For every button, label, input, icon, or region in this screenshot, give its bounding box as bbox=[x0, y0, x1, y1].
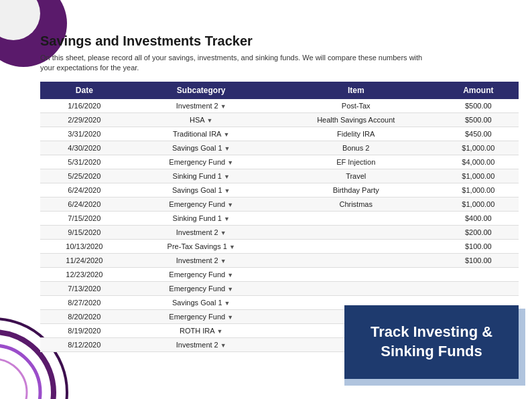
cell-date: 3/31/2020 bbox=[40, 127, 129, 141]
cell-date: 9/15/2020 bbox=[40, 225, 129, 239]
dropdown-icon[interactable]: ▼ bbox=[227, 314, 233, 321]
cell-item bbox=[274, 281, 438, 295]
dropdown-icon[interactable]: ▼ bbox=[224, 216, 230, 222]
cell-subcategory: Savings Goal 1▼ bbox=[129, 141, 274, 155]
col-header-amount: Amount bbox=[438, 82, 519, 99]
table-row: 12/23/2020Emergency Fund▼ bbox=[40, 267, 519, 281]
overlay-box-text: Track Investing & Sinking Funds bbox=[355, 323, 508, 361]
dropdown-icon[interactable]: ▼ bbox=[227, 286, 233, 293]
cell-date: 12/23/2020 bbox=[40, 267, 129, 281]
cell-amount: $1,000.00 bbox=[438, 197, 519, 211]
dropdown-icon[interactable]: ▼ bbox=[217, 328, 223, 335]
cell-amount: $1,000.00 bbox=[438, 183, 519, 197]
table-row: 1/16/2020Investment 2▼Post-Tax$500.00 bbox=[40, 99, 519, 113]
cell-amount: $1,000.00 bbox=[438, 141, 519, 155]
cell-date: 4/30/2020 bbox=[40, 141, 129, 155]
cell-date: 10/13/2020 bbox=[40, 239, 129, 253]
cell-item: EF Injection bbox=[274, 155, 438, 169]
cell-subcategory: HSA▼ bbox=[129, 112, 274, 127]
cell-subcategory: Savings Goal 1▼ bbox=[129, 183, 274, 197]
cell-subcategory: ROTH IRA▼ bbox=[129, 323, 274, 337]
cell-amount: $4,000.00 bbox=[438, 155, 519, 169]
page-subtitle: On this sheet, please record all of your… bbox=[40, 53, 429, 74]
cell-item bbox=[274, 239, 438, 253]
table-row: 3/31/2020Traditional IRA▼Fidelity IRA$45… bbox=[40, 127, 519, 141]
cell-date: 7/13/2020 bbox=[40, 281, 129, 295]
dropdown-icon[interactable]: ▼ bbox=[227, 202, 233, 208]
dropdown-icon[interactable]: ▼ bbox=[227, 272, 233, 278]
table-row: 5/25/2020Sinking Fund 1▼Travel$1,000.00 bbox=[40, 169, 519, 183]
table-row: 5/31/2020Emergency Fund▼EF Injection$4,0… bbox=[40, 155, 519, 169]
cell-amount: $200.00 bbox=[438, 225, 519, 239]
cell-item: Fidelity IRA bbox=[274, 127, 438, 141]
cell-subcategory: Savings Goal 1▼ bbox=[129, 295, 274, 309]
overlay-box: Track Investing & Sinking Funds bbox=[344, 305, 519, 379]
cell-date: 8/19/2020 bbox=[40, 323, 129, 337]
dropdown-icon[interactable]: ▼ bbox=[220, 342, 226, 349]
cell-date: 1/16/2020 bbox=[40, 99, 129, 113]
dropdown-icon[interactable]: ▼ bbox=[207, 117, 213, 124]
table-row: 6/24/2020Emergency Fund▼Christmas$1,000.… bbox=[40, 197, 519, 211]
table-row: 7/13/2020Emergency Fund▼ bbox=[40, 281, 519, 295]
cell-date: 2/29/2020 bbox=[40, 112, 129, 127]
dropdown-icon[interactable]: ▼ bbox=[220, 258, 226, 264]
cell-subcategory: Emergency Fund▼ bbox=[129, 309, 274, 323]
page-title: Savings and Investments Tracker bbox=[40, 33, 519, 49]
cell-date: 5/31/2020 bbox=[40, 155, 129, 169]
cell-amount bbox=[438, 281, 519, 295]
col-header-date: Date bbox=[40, 82, 129, 99]
cell-subcategory: Investment 2▼ bbox=[129, 253, 274, 267]
cell-date: 8/20/2020 bbox=[40, 309, 129, 323]
cell-date: 7/15/2020 bbox=[40, 211, 129, 225]
col-header-subcategory: Subcategory bbox=[129, 82, 274, 99]
cell-item: Christmas bbox=[274, 197, 438, 211]
cell-subcategory: Sinking Fund 1▼ bbox=[129, 169, 274, 183]
cell-item: Bonus 2 bbox=[274, 141, 438, 155]
table-row: 4/30/2020Savings Goal 1▼Bonus 2$1,000.00 bbox=[40, 141, 519, 155]
cell-amount bbox=[438, 267, 519, 281]
col-header-item: Item bbox=[274, 82, 438, 99]
dropdown-icon[interactable]: ▼ bbox=[224, 173, 230, 180]
dropdown-icon[interactable]: ▼ bbox=[224, 187, 230, 194]
dropdown-icon[interactable]: ▼ bbox=[223, 131, 229, 138]
cell-date: 6/24/2020 bbox=[40, 197, 129, 211]
cell-subcategory: Emergency Fund▼ bbox=[129, 197, 274, 211]
cell-subcategory: Emergency Fund▼ bbox=[129, 155, 274, 169]
table-row: 9/15/2020Investment 2▼$200.00 bbox=[40, 225, 519, 239]
cell-amount: $500.00 bbox=[438, 99, 519, 113]
cell-item bbox=[274, 225, 438, 239]
cell-date: 8/27/2020 bbox=[40, 295, 129, 309]
cell-amount: $100.00 bbox=[438, 239, 519, 253]
cell-subcategory: Emergency Fund▼ bbox=[129, 281, 274, 295]
dropdown-icon[interactable]: ▼ bbox=[220, 103, 226, 110]
cell-amount: $450.00 bbox=[438, 127, 519, 141]
cell-amount: $400.00 bbox=[438, 211, 519, 225]
dropdown-icon[interactable]: ▼ bbox=[229, 244, 235, 250]
cell-amount: $500.00 bbox=[438, 112, 519, 127]
cell-subcategory: Pre-Tax Savings 1▼ bbox=[129, 239, 274, 253]
dropdown-icon[interactable]: ▼ bbox=[227, 159, 233, 166]
cell-amount: $1,000.00 bbox=[438, 169, 519, 183]
cell-date: 8/12/2020 bbox=[40, 337, 129, 351]
dropdown-icon[interactable]: ▼ bbox=[220, 230, 226, 236]
cell-item: Travel bbox=[274, 169, 438, 183]
table-row: 10/13/2020Pre-Tax Savings 1▼$100.00 bbox=[40, 239, 519, 253]
table-row: 11/24/2020Investment 2▼$100.00 bbox=[40, 253, 519, 267]
cell-date: 11/24/2020 bbox=[40, 253, 129, 267]
cell-amount: $100.00 bbox=[438, 253, 519, 267]
table-row: 2/29/2020HSA▼Health Savings Account$500.… bbox=[40, 112, 519, 127]
cell-subcategory: Investment 2▼ bbox=[129, 99, 274, 113]
dropdown-icon[interactable]: ▼ bbox=[224, 300, 230, 307]
cell-subcategory: Investment 2▼ bbox=[129, 337, 274, 351]
dropdown-icon[interactable]: ▼ bbox=[224, 145, 230, 152]
cell-item bbox=[274, 253, 438, 267]
cell-subcategory: Sinking Fund 1▼ bbox=[129, 211, 274, 225]
cell-subcategory: Investment 2▼ bbox=[129, 225, 274, 239]
cell-item: Post-Tax bbox=[274, 99, 438, 113]
cell-item: Health Savings Account bbox=[274, 112, 438, 127]
cell-item: Birthday Party bbox=[274, 183, 438, 197]
svg-point-2 bbox=[0, 359, 27, 399]
cell-subcategory: Traditional IRA▼ bbox=[129, 127, 274, 141]
table-row: 6/24/2020Savings Goal 1▼Birthday Party$1… bbox=[40, 183, 519, 197]
table-header-row: Date Subcategory Item Amount bbox=[40, 82, 519, 99]
